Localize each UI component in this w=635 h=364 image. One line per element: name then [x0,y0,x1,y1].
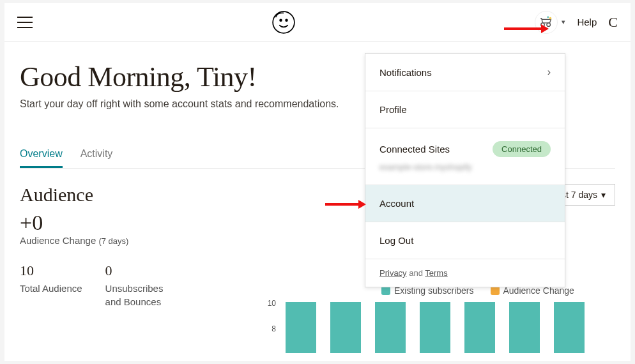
metric-total-audience: 10 Total Audience [20,262,82,308]
account-dropdown: Notifications › Profile Connected Sites … [365,53,565,287]
connected-badge: Connected [493,141,551,157]
svg-point-2 [285,19,288,22]
chart-y-axis: 10 8 [263,299,276,350]
terms-link[interactable]: Terms [425,268,447,278]
dropdown-item-connected-sites[interactable]: Connected Sites Connected example-store.… [365,128,565,185]
help-link[interactable]: Help [577,17,597,27]
connected-site-name: example-store.myshopify [379,162,551,172]
chevron-right-icon: › [547,66,551,78]
chevron-down-icon: ▾ [562,18,565,26]
chevron-down-icon: ▾ [601,190,606,200]
bar-day-1 [286,302,316,353]
svg-marker-8 [541,24,549,33]
bar-day-4 [420,302,450,353]
svg-point-0 [273,11,295,33]
dropdown-item-logout[interactable]: Log Out [365,222,565,259]
bar-day-5 [464,302,495,353]
svg-point-5 [549,17,552,19]
bar-day-7 [554,302,585,353]
svg-point-6 [547,16,549,18]
dropdown-footer: Privacy and Terms [365,259,565,287]
metric-audience-change-value: +0 [20,211,224,235]
annotation-arrow-icon [325,198,366,211]
tab-activity[interactable]: Activity [80,148,113,168]
svg-point-1 [279,19,282,22]
section-title-audience: Audience [20,184,93,206]
search-icon[interactable]: C [608,14,618,31]
metric-audience-change-label: Audience Change (7 days) [20,235,224,246]
dropdown-item-account[interactable]: Account [365,185,565,222]
app-window: ▾ Help C Good Morning, Tiny! Start your … [4,3,631,361]
chart-bars [286,302,585,353]
swatch-existing-icon [381,286,390,295]
bar-day-6 [509,302,540,353]
bar-day-3 [375,302,406,353]
menu-icon[interactable] [17,17,33,28]
svg-marker-10 [358,200,366,209]
swatch-change-icon [491,286,500,295]
totals-row: 10 Total Audience 0 Unsubscribes and Bou… [20,262,224,308]
dropdown-item-profile[interactable]: Profile [365,91,565,128]
privacy-link[interactable]: Privacy [379,268,407,278]
dropdown-item-notifications[interactable]: Notifications › [365,54,565,91]
annotation-arrow-icon [504,22,549,35]
tab-overview[interactable]: Overview [20,148,63,168]
bar-day-2 [330,302,361,353]
brand-logo-icon[interactable] [272,11,295,34]
metric-unsubscribes: 0 Unsubscribes and Bounces [105,262,182,308]
